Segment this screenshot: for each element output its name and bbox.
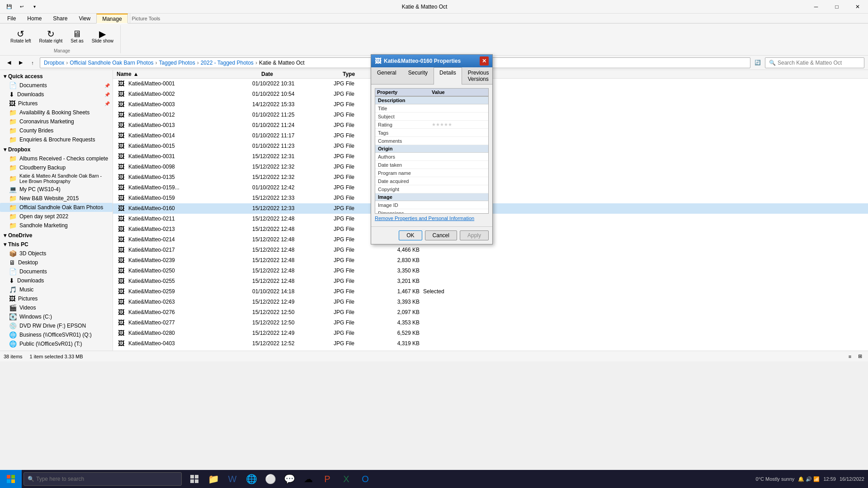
taskbar-powerpoint-button[interactable]: P [318, 470, 336, 488]
table-row[interactable]: 🖼 Katie&Matteo-0159... 01/10/2022 12:42 … [113, 183, 868, 193]
tiles-view-button[interactable]: ⊞ [855, 352, 864, 361]
sidebar-item-desktop[interactable]: 🖥 Desktop [0, 258, 113, 267]
table-row[interactable]: 🖼 Katie&Matteo-0255 15/12/2022 12:48 JPG… [113, 276, 868, 286]
table-row[interactable]: 🖼 Katie&Matteo-0013 01/10/2022 11:24 JPG… [113, 120, 868, 131]
sidebar-item-documents[interactable]: 📄 Documents 📌 [0, 81, 113, 90]
sidebar-item-pictures2[interactable]: 🖼 Pictures [0, 294, 113, 303]
table-row[interactable]: 🖼 Katie&Matteo-0263 15/12/2022 12:49 JPG… [113, 297, 868, 307]
refresh-button[interactable]: 🔄 [752, 57, 763, 68]
details-view-button[interactable]: ≡ [845, 352, 854, 361]
table-row[interactable]: 🖼 Katie&Matteo-0217 15/12/2022 12:48 JPG… [113, 245, 868, 255]
col-header-name[interactable]: Name ▲ [117, 71, 261, 77]
up-button[interactable]: ↑ [27, 57, 38, 68]
quick-access-toolbar-save[interactable]: 💾 [4, 1, 14, 12]
breadcrumb-dropbox[interactable]: Dropbox [44, 60, 64, 66]
rotate-right-button[interactable]: ↻ Rotate right [36, 27, 66, 46]
taskbar-search-input[interactable] [36, 476, 178, 482]
search-box[interactable]: 🔍 [765, 57, 864, 68]
breadcrumb[interactable]: Dropbox › Official Sandhole Oak Barn Pho… [40, 57, 750, 68]
col-header-date[interactable]: Date [261, 71, 343, 77]
sidebar-item-covid[interactable]: 📁 Coronavirus Marketing [0, 117, 113, 126]
maximize-button[interactable]: □ [826, 0, 847, 13]
taskbar-onedrive-button[interactable]: ☁ [299, 470, 317, 488]
sidebar-item-official[interactable]: 📁 Official Sandhole Oak Barn Photos [0, 203, 113, 212]
sidebar-item-public[interactable]: 🌐 Public (\\OfficeSvR01) (T:) [0, 339, 113, 348]
tab-file[interactable]: File [2, 14, 22, 23]
sidebar-item-cloudberry[interactable]: 📁 Cloudberry Backup [0, 163, 113, 172]
table-row[interactable]: 🖼 Katie&Matteo-0002 01/10/2022 10:54 JPG… [113, 89, 868, 99]
taskbar-edge-button[interactable]: 🌐 [242, 470, 260, 488]
table-row[interactable]: 🖼 Katie&Matteo-0135 15/12/2022 12:32 JPG… [113, 172, 868, 183]
forward-button[interactable]: ▶ [15, 57, 26, 68]
col-header-size[interactable]: Size [388, 71, 429, 77]
minimize-button[interactable]: ─ [806, 0, 826, 13]
tab-view[interactable]: View [73, 14, 96, 23]
quick-access-toolbar-undo[interactable]: ↩ [16, 1, 27, 12]
set-as-button[interactable]: 🖥 Set as [67, 27, 86, 46]
taskbar-excel-button[interactable]: X [337, 470, 355, 488]
table-row[interactable]: 🖼 Katie&Matteo-0003 14/12/2022 15:33 JPG… [113, 99, 868, 110]
sidebar-item-new-bb[interactable]: 📁 New B&B Website_2015 [0, 194, 113, 203]
table-row[interactable]: 🖼 Katie&Matteo-0098 15/12/2022 12:32 JPG… [113, 162, 868, 172]
back-button[interactable]: ◀ [4, 57, 14, 68]
tab-share[interactable]: Share [47, 14, 73, 23]
sidebar-item-county-brides[interactable]: 📁 County Brides [0, 126, 113, 135]
dropbox-header[interactable]: ▾ Dropbox [0, 145, 113, 154]
onedrive-header[interactable]: ▾ OneDrive [0, 231, 113, 240]
taskbar-outlook-button[interactable]: O [356, 470, 374, 488]
table-row[interactable]: 🖼 Katie&Matteo-0276 15/12/2022 12:50 JPG… [113, 307, 868, 318]
sidebar-item-sandhole-marketing[interactable]: 📁 Sandhole Marketing [0, 221, 113, 230]
quick-access-dropdown[interactable]: ▾ [29, 1, 40, 12]
sidebar-item-music[interactable]: 🎵 Music [0, 285, 113, 294]
table-row[interactable]: 🖼 Katie&Matteo-0001 01/10/2022 10:31 JPG… [113, 79, 868, 89]
breadcrumb-2022[interactable]: 2022 - Tagged Photos [201, 60, 254, 66]
tab-manage[interactable]: Manage [96, 14, 127, 23]
sidebar-item-availability[interactable]: 📁 Availability & Booking Sheets [0, 108, 113, 117]
sidebar-item-downloads2[interactable]: ⬇ Downloads [0, 276, 113, 285]
breadcrumb-tagged[interactable]: Tagged Photos [159, 60, 195, 66]
table-row[interactable]: 🖼 Katie&Matteo-0277 15/12/2022 12:50 JPG… [113, 318, 868, 328]
table-row[interactable]: 🖼 Katie&Matteo-0259 01/10/2022 14:18 JPG… [113, 286, 868, 297]
table-row[interactable]: 🖼 Katie&Matteo-0160 15/12/2022 12:33 JPG… [113, 203, 868, 214]
table-row[interactable]: 🖼 Katie&Matteo-0213 15/12/2022 12:48 JPG… [113, 224, 868, 235]
taskbar-teams-button[interactable]: 💬 [280, 470, 298, 488]
table-row[interactable]: 🖼 Katie&Matteo-0280 15/12/2022 12:49 JPG… [113, 328, 868, 338]
col-header-tags[interactable]: Tags [429, 71, 864, 77]
close-button[interactable]: ✕ [847, 0, 868, 13]
sidebar-item-docs2[interactable]: 📄 Documents [0, 267, 113, 276]
sidebar-item-windows-c[interactable]: 💽 Windows (C:) [0, 312, 113, 321]
sidebar-item-katie-folder[interactable]: 📁 Katie & Matteo At Sandhole Oak Barn - … [0, 172, 113, 185]
sidebar-item-dvd[interactable]: 💿 DVD RW Drive (F:) EPSON [0, 321, 113, 330]
sidebar-item-mypc[interactable]: 💻 My PC (WS10-4) [0, 185, 113, 194]
table-row[interactable]: 🖼 Katie&Matteo-0012 01/10/2022 11:25 JPG… [113, 110, 868, 120]
sidebar-item-videos[interactable]: 🎬 Videos [0, 303, 113, 312]
table-row[interactable]: 🖼 Katie&Matteo-0211 15/12/2022 12:48 JPG… [113, 214, 868, 224]
thispc-header[interactable]: ▾ This PC [0, 240, 113, 249]
sidebar-item-pictures[interactable]: 🖼 Pictures 📌 [0, 99, 113, 108]
tab-home[interactable]: Home [22, 14, 47, 23]
sidebar-item-openday[interactable]: 📁 Open day sept 2022 [0, 212, 113, 221]
task-view-button[interactable] [185, 470, 203, 488]
taskbar-explorer-button[interactable]: 📁 [204, 470, 222, 488]
sidebar-item-3dobjects[interactable]: 📦 3D Objects [0, 249, 113, 258]
slideshow-button[interactable]: ▶ Slide show [89, 27, 117, 46]
table-row[interactable]: 🖼 Katie&Matteo-0214 15/12/2022 12:48 JPG… [113, 235, 868, 245]
table-row[interactable]: 🖼 Katie&Matteo-0239 15/12/2022 12:48 JPG… [113, 255, 868, 266]
quick-access-header[interactable]: ▾ Quick access [0, 72, 113, 81]
sidebar-item-downloads[interactable]: ⬇ Downloads 📌 [0, 90, 113, 99]
table-row[interactable]: 🖼 Katie&Matteo-0015 01/10/2022 11:23 JPG… [113, 141, 868, 151]
taskbar-search-box[interactable]: 🔍 [24, 472, 182, 486]
taskbar-chrome-button[interactable]: ⚪ [261, 470, 279, 488]
table-row[interactable]: 🖼 Katie&Matteo-0014 01/10/2022 11:17 JPG… [113, 131, 868, 141]
table-row[interactable]: 🖼 Katie&Matteo-0403 15/12/2022 12:52 JPG… [113, 338, 868, 349]
sidebar-item-albums[interactable]: 📁 Albums Received - Checks complete [0, 154, 113, 163]
sidebar-item-enquiries[interactable]: 📁 Enquiries & Brochure Requests [0, 135, 113, 144]
table-row[interactable]: 🖼 Katie&Matteo-0250 15/12/2022 12:48 JPG… [113, 266, 868, 276]
breadcrumb-official[interactable]: Official Sandhole Oak Barn Photos [70, 60, 153, 66]
taskbar-word-button[interactable]: W [223, 470, 241, 488]
table-row[interactable]: 🖼 Katie&Matteo-0031 15/12/2022 12:31 JPG… [113, 151, 868, 162]
rotate-left-button[interactable]: ↺ Rotate left [7, 27, 34, 46]
col-header-type[interactable]: Type [343, 71, 388, 77]
table-row[interactable]: 🖼 Katie&Matteo-0159 15/12/2022 12:33 JPG… [113, 193, 868, 203]
search-input[interactable] [778, 60, 860, 66]
